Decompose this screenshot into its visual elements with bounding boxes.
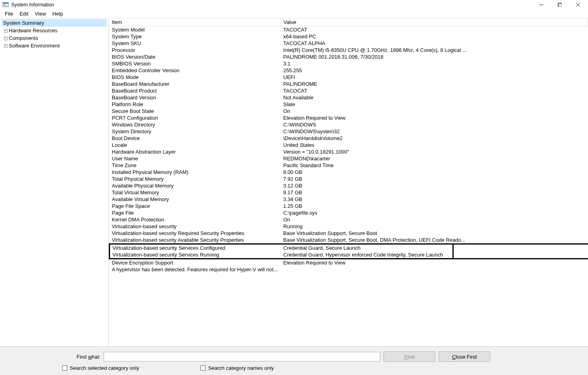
svg-rect-1 [3, 2, 8, 4]
find-button[interactable]: Find [383, 351, 435, 362]
table-row[interactable]: PCR7 ConfigurationElevation Required to … [110, 114, 588, 121]
menu-help[interactable]: Help [49, 10, 66, 18]
cell-item: Virtualization-based security Services R… [110, 251, 281, 259]
column-header-value[interactable]: Value [281, 18, 588, 26]
tree-item-label: Software Environment [9, 43, 60, 49]
table-row[interactable]: Kernel DMA ProtectionOn [110, 216, 588, 223]
cell-value: PALINDROME 001.2018.31.006, 7/30/2018 [281, 53, 588, 60]
checkbox-icon[interactable] [201, 365, 206, 371]
cell-item: User Name [110, 155, 281, 162]
table-row[interactable]: Platform RoleSlate [110, 101, 588, 108]
cell-item: Total Virtual Memory [110, 189, 281, 196]
table-row[interactable]: Boot Device\Device\HarddiskVolume2 [110, 135, 588, 142]
cell-value: Credential Guard, Secure Launch [281, 244, 588, 252]
table-row[interactable]: BaseBoard ManufacturerPALINDROME [110, 81, 588, 87]
table-row[interactable]: BIOS Version/DatePALINDROME 001.2018.31.… [110, 53, 588, 60]
maximize-button[interactable] [556, 1, 563, 8]
menu-view[interactable]: View [31, 10, 49, 18]
find-label: Find what: [3, 354, 104, 360]
cell-value: Base Virtualization Support, Secure Boot [281, 230, 588, 237]
cell-value: 3.12 GB [281, 182, 588, 189]
table-row[interactable]: BaseBoard VersionNot Available [110, 94, 588, 101]
table-row[interactable]: Windows DirectoryC:\WINDOWS [110, 121, 588, 128]
cell-value [281, 266, 588, 273]
cell-value: Running [281, 223, 588, 230]
cell-item: System Type [110, 33, 281, 40]
table-row[interactable]: Secure Boot StateOn [110, 108, 588, 114]
table-row[interactable]: Embedded Controller Version255.255 [110, 67, 588, 74]
footer: Find what: Find Close Find Search select… [0, 347, 588, 375]
table-row[interactable]: User NameREDMOND\kacarter [110, 155, 588, 162]
tree-root-item[interactable]: System Summary [2, 19, 107, 27]
menu-file[interactable]: File [2, 10, 16, 18]
table-row[interactable]: Virtualization-based security Required S… [110, 230, 588, 237]
cell-item: Virtualization-based security Services C… [110, 244, 281, 252]
table-row[interactable]: SMBIOS Version3.1 [110, 60, 588, 67]
table-row[interactable]: Installed Physical Memory (RAM)8.00 GB [110, 169, 588, 176]
table-row[interactable]: Hardware Abstraction LayerVersion = "10.… [110, 148, 588, 155]
table-row[interactable]: Device Encryption SupportElevation Requi… [110, 259, 588, 266]
menu-edit[interactable]: Edit [16, 10, 31, 18]
cell-value: Pacific Standard Time [281, 162, 588, 169]
cell-item: BIOS Mode [110, 74, 281, 81]
table-row[interactable]: Virtualization-based security Services R… [110, 251, 588, 259]
checkbox-icon[interactable] [62, 365, 67, 371]
table-row[interactable]: LocaleUnited States [110, 142, 588, 148]
expander-icon[interactable]: + [4, 29, 8, 33]
table-row[interactable]: System DirectoryC:\WINDOWS\system32 [110, 128, 588, 135]
cell-item: Locale [110, 142, 281, 148]
cell-item: Processor [110, 47, 281, 53]
close-button[interactable] [574, 1, 582, 8]
tree-item[interactable]: +Hardware Resources [2, 27, 107, 34]
table-row[interactable]: Virtualization-based security Services C… [110, 244, 588, 252]
table-row[interactable]: Time ZonePacific Standard Time [110, 162, 588, 169]
check-selected-category[interactable]: Search selected category only [62, 365, 139, 371]
table-row[interactable]: Available Physical Memory3.12 GB [110, 182, 588, 189]
minimize-button[interactable] [538, 1, 545, 8]
check-category-names[interactable]: Search category names only [201, 365, 274, 371]
table-row[interactable]: Available Virtual Memory3.34 GB [110, 196, 588, 203]
tree-pane[interactable]: System Summary +Hardware Resources+Compo… [0, 18, 109, 346]
table-row[interactable]: Page FileC:\pagefile.sys [110, 209, 588, 216]
cell-item: Page File [110, 209, 281, 216]
table-row[interactable]: System Typex64-based PC [110, 33, 588, 40]
cell-value: TACOCAT [281, 87, 588, 94]
table-row[interactable]: Page File Space1.25 GB [110, 203, 588, 209]
table-row[interactable]: ProcessorIntel(R) Core(TM) i5-8350U CPU … [110, 47, 588, 53]
cell-item: Available Physical Memory [110, 182, 281, 189]
table-row[interactable]: System SKUTACOCAT ALPHA [110, 40, 588, 47]
table-row[interactable]: Total Virtual Memory9.17 GB [110, 189, 588, 196]
table-row[interactable]: BIOS ModeUEFI [110, 74, 588, 81]
expander-icon[interactable]: + [4, 44, 8, 48]
find-input[interactable] [104, 352, 380, 361]
cell-value: UEFI [281, 74, 588, 81]
table-row[interactable]: Virtualization-based security Available … [110, 237, 588, 244]
cell-item: BaseBoard Version [110, 94, 281, 101]
cell-item: A hypervisor has been detected. Features… [110, 266, 281, 273]
column-header-item[interactable]: Item [110, 18, 281, 26]
cell-value: 1.25 GB [281, 203, 588, 209]
cell-value: 8.00 GB [281, 169, 588, 176]
cell-value: On [281, 108, 588, 114]
cell-item: System SKU [110, 40, 281, 47]
tree-item-label: Components [9, 35, 38, 41]
detail-scroll[interactable]: Item Value System ModelTACOCATSystem Typ… [109, 18, 588, 346]
table-row[interactable]: System ModelTACOCAT [110, 26, 588, 34]
close-find-button[interactable]: Close Find [439, 351, 490, 362]
detail-pane: Item Value System ModelTACOCATSystem Typ… [109, 18, 588, 346]
table-row[interactable]: BaseBoard ProductTACOCAT [110, 87, 588, 94]
tree-item[interactable]: +Software Environment [2, 42, 107, 49]
table-row[interactable]: A hypervisor has been detected. Features… [110, 266, 588, 273]
cell-value: x64-based PC [281, 33, 588, 40]
expander-icon[interactable]: + [4, 37, 8, 40]
cell-value: Elevation Required to View [281, 259, 588, 266]
table-row[interactable]: Virtualization-based securityRunning [110, 223, 588, 230]
titlebar: System Information [0, 0, 588, 10]
cell-item: Installed Physical Memory (RAM) [110, 169, 281, 176]
app-icon [2, 2, 9, 8]
cell-item: BaseBoard Manufacturer [110, 81, 281, 87]
menubar: File Edit View Help [0, 10, 588, 18]
cell-value: C:\WINDOWS\system32 [281, 128, 588, 135]
tree-item[interactable]: +Components [2, 34, 107, 42]
table-row[interactable]: Total Physical Memory7.92 GB [110, 176, 588, 182]
